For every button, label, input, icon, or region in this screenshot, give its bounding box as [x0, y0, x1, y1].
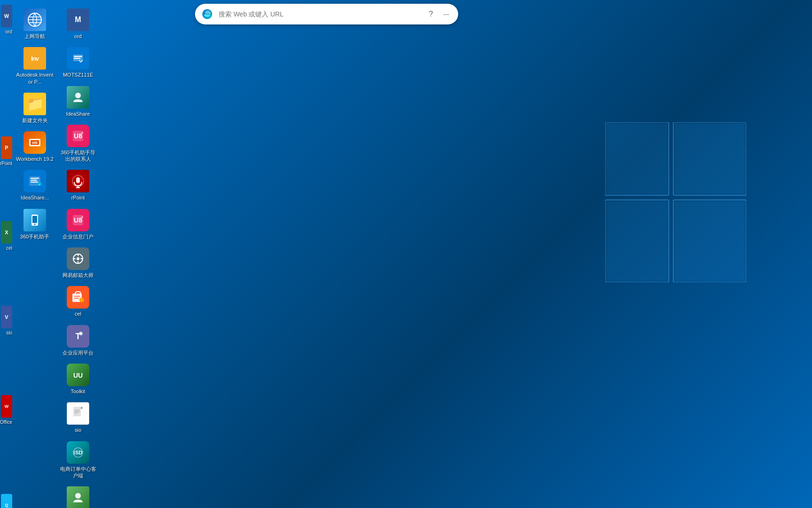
edge-search-bar[interactable]: ? ··· [195, 4, 458, 24]
autodesk-icon-text: Inv [31, 55, 39, 62]
svg-rect-1 [607, 124, 667, 194]
svg-text:+: + [39, 183, 40, 186]
icon-ideashare2[interactable]: MOTSZ111E [57, 43, 99, 82]
icon-motsz-label: ord [74, 33, 82, 40]
svg-text:+: + [81, 131, 84, 135]
icon-360phone1-label: 360手机助手 [20, 233, 49, 240]
icon-newfolder[interactable]: 📁 新建文件夹 [14, 89, 56, 127]
icon-360contacts1-label: IdeaShare [66, 111, 90, 117]
icon-isd-service[interactable]: iSD 电商订单中心客户端 [57, 437, 99, 483]
svg-point-41 [80, 332, 82, 334]
workbench-icon: WB [27, 135, 42, 150]
more-icon: ··· [443, 9, 449, 19]
netease-icon [70, 174, 86, 189]
svg-text:!: ! [81, 299, 82, 302]
ideashare-icon2 [70, 51, 86, 66]
icon-360contacts1[interactable]: IdeaShare [57, 82, 99, 121]
icon-360contacts2[interactable]: Microsoft Teams [57, 483, 99, 508]
icon-wangshang-label: 上网导航 [24, 33, 45, 40]
svg-point-21 [75, 93, 81, 98]
enterprise-portal-icon: U8 + [70, 128, 86, 143]
icon-enterprise-portal-label: 360手机助手导出的联系人 [59, 149, 97, 163]
icon-toolkit[interactable]: 网易邮箱大师 [57, 244, 99, 282]
svg-point-20 [34, 223, 36, 225]
svg-text:UU: UU [73, 372, 83, 379]
icon-netease-mail[interactable]: rPoint [57, 166, 99, 205]
icon-netease-label: rPoint [71, 194, 85, 201]
icon-enterprise-app[interactable]: U8 + 企业信息门户 [57, 205, 99, 244]
360phone-icon1 [27, 213, 42, 228]
icon-ecommerce-label: cel [75, 310, 81, 317]
uu-icon: UU [70, 367, 86, 382]
icon-autodesk-label: Autodesk Inventor P... [16, 71, 54, 85]
icon-wangshang-nav[interactable]: 上网导航 [14, 5, 56, 43]
icon-motsz[interactable]: M ord [57, 5, 99, 43]
ideashare-icon1: + [27, 174, 42, 189]
icon-ideashare2-label: MOTSZ111E [63, 71, 93, 78]
svg-rect-19 [32, 216, 37, 223]
enterprise-app-icon: U8 + [70, 213, 86, 228]
edge-logo-icon [201, 8, 214, 21]
ecommerce-icon: ! [70, 290, 86, 305]
icon-ideashare1-label: IdeaShare... [21, 194, 49, 201]
windows-logo [605, 122, 746, 282]
icon-workbench[interactable]: WB Workbench 19.2 [14, 127, 56, 166]
svg-rect-3 [675, 124, 745, 194]
svg-rect-26 [76, 177, 80, 183]
desktop: ? ··· W ord P rPoint X cel V sio [0, 0, 812, 508]
icon-workbench-label: Workbench 19.2 [16, 156, 54, 162]
icon-ecommerce[interactable]: ! cel [57, 282, 99, 321]
icon-uu-label: Toolkit [70, 388, 85, 395]
folder-icon: 📁 [26, 95, 44, 112]
icon-newfolder-label: 新建文件夹 [22, 117, 48, 124]
icon-toolkit-label: 网易邮箱大师 [62, 272, 94, 278]
icon-enterprise-app-label: 企业信息门户 [62, 233, 94, 240]
icon-autodesk[interactable]: Inv Autodesk Inventor P... [14, 43, 56, 89]
360contacts-icon2 [70, 490, 86, 505]
icon-isd-service-label: 电商订单中心客户端 [59, 466, 97, 479]
svg-text:WB: WB [32, 141, 38, 144]
icon-ideashare1[interactable]: + IdeaShare... [14, 166, 56, 205]
icon-enterprise-portal[interactable]: U8 + 360手机助手导出的联系人 [57, 121, 99, 167]
icon-360phone1[interactable]: 360手机助手 [14, 205, 56, 244]
icon-uu[interactable]: UU Toolkit [57, 360, 99, 398]
360contacts-icon1 [70, 90, 86, 105]
svg-rect-5 [607, 201, 667, 281]
svg-point-33 [77, 257, 79, 260]
svg-point-50 [75, 493, 81, 499]
svg-rect-7 [675, 201, 745, 281]
svg-text:+: + [81, 215, 84, 219]
browser-icon [27, 12, 42, 27]
teams-icon: T [70, 329, 86, 344]
icon-00001-label: sio [75, 427, 81, 433]
search-input[interactable] [219, 10, 422, 18]
motsz-icon-text: M [75, 16, 81, 24]
icon-00001[interactable]: sio [57, 398, 99, 437]
toolkit-icon [70, 251, 86, 266]
icon-teams[interactable]: T 企业应用平台 [57, 321, 99, 360]
icon-teams-label: 企业应用平台 [62, 349, 94, 356]
svg-text:iSD: iSD [74, 450, 82, 455]
search-more-button[interactable]: ··· [439, 8, 453, 21]
file-icon-00001 [70, 406, 86, 421]
help-icon: ? [429, 10, 433, 18]
isd-service-icon: iSD [70, 445, 86, 460]
search-help-button[interactable]: ? [424, 8, 437, 21]
